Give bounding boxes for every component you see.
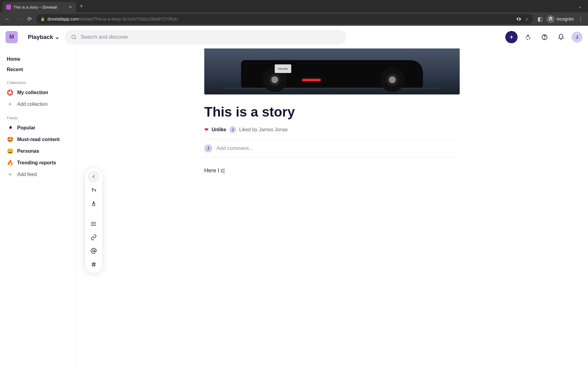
help-icon[interactable]	[538, 31, 551, 43]
reload-button[interactable]: ⟳	[25, 15, 34, 23]
main-content: CVC·911 This is a story ❤ Unlike J Liked…	[76, 48, 588, 368]
sidebar-feed-must-read[interactable]: 🤩 Must-read content	[4, 134, 72, 145]
license-plate: CVC·911	[275, 64, 291, 73]
url-bar: ← → ⟳ 🔒 dovetailapp.com/stories/This-is-…	[0, 12, 588, 26]
sync-icon[interactable]	[522, 31, 534, 43]
sidebar-add-feed[interactable]: + Add feed	[4, 169, 72, 180]
toolbar-list-icon[interactable]	[88, 218, 100, 230]
flame-icon	[7, 125, 13, 131]
svg-point-11	[92, 222, 92, 223]
user-avatar[interactable]: J	[571, 32, 582, 43]
tab-bar: This is a story – Dovetail ✕ + ⌄	[0, 0, 588, 12]
svg-rect-7	[92, 205, 95, 206]
playback-label: Playback	[28, 34, 53, 40]
playback-dropdown[interactable]: Playback ⌄	[28, 33, 60, 40]
search-icon	[71, 34, 77, 40]
incognito-badge[interactable]: Incognito	[547, 15, 574, 23]
sidebar: Home Recent Collections My collection + …	[0, 48, 76, 368]
text-cursor	[224, 168, 224, 174]
emoji-icon: 🤩	[7, 136, 13, 143]
sidebar-section-collections: Collections	[4, 75, 72, 87]
comment-row[interactable]: J Add comment...	[204, 140, 460, 158]
back-button[interactable]: ←	[3, 15, 12, 23]
sidebar-feed-trending[interactable]: 🔥 Trending reports	[4, 157, 72, 169]
svg-point-12	[92, 224, 92, 224]
svg-point-0	[72, 35, 76, 39]
liked-by-text: Liked by James Jonas	[239, 127, 288, 132]
divider	[23, 32, 23, 42]
sidebar-add-collection[interactable]: + Add collection	[4, 98, 72, 110]
sidebar-my-collection[interactable]: My collection	[4, 87, 72, 98]
emoji-icon: 😀	[7, 148, 13, 155]
hero-image[interactable]: CVC·911	[204, 48, 460, 94]
emoji-icon: 🔥	[7, 159, 13, 166]
body-text-content: Here I c	[204, 167, 224, 174]
browser-chrome: This is a story – Dovetail ✕ + ⌄ ← → ⟳ 🔒…	[0, 0, 588, 26]
incognito-icon	[547, 15, 555, 23]
comment-avatar: J	[204, 144, 212, 152]
search-placeholder: Search and discover	[81, 34, 128, 40]
lifebuoy-icon	[7, 89, 13, 96]
eye-off-icon[interactable]: 👁‍🗨	[516, 17, 521, 21]
heart-icon[interactable]: ❤	[204, 127, 209, 133]
panel-icon[interactable]: ◧	[536, 15, 544, 23]
create-button[interactable]	[505, 31, 518, 43]
chevron-down-icon: ⌄	[55, 33, 60, 40]
story-title[interactable]: This is a story	[204, 104, 460, 120]
plus-icon: +	[7, 171, 13, 178]
sidebar-section-feeds: Feeds	[4, 110, 72, 122]
address-bar[interactable]: 🔒 dovetailapp.com/stories/This-is-a-stor…	[36, 14, 533, 24]
sidebar-recent[interactable]: Recent	[4, 64, 72, 75]
search-input[interactable]: Search and discover	[65, 30, 346, 44]
toolbar-hashtag-icon[interactable]	[88, 258, 100, 270]
like-row: ❤ Unlike J Liked by James Jonas	[204, 126, 460, 140]
svg-line-17	[93, 262, 93, 267]
notifications-icon[interactable]	[555, 31, 567, 43]
close-tab-icon[interactable]: ✕	[69, 5, 72, 10]
lock-icon: 🔒	[40, 17, 45, 21]
kebab-menu-icon[interactable]: ⋮	[576, 15, 585, 23]
app-header: M Playback ⌄ Search and discover J	[0, 26, 588, 48]
unlike-button[interactable]: Unlike	[212, 127, 226, 132]
new-tab-button[interactable]: +	[80, 3, 83, 10]
editor-toolbar	[85, 168, 102, 273]
svg-line-1	[75, 38, 76, 39]
toolbar-link-icon[interactable]	[88, 231, 100, 243]
liker-avatar[interactable]: J	[229, 126, 236, 133]
sidebar-feed-personas[interactable]: 😀 Personas	[4, 145, 72, 157]
tab-title: This is a story – Dovetail	[13, 5, 66, 10]
toolbar-text-size-icon[interactable]	[88, 184, 100, 196]
toolbar-mention-icon[interactable]	[88, 245, 100, 257]
toolbar-text-color-icon[interactable]	[88, 197, 100, 210]
forward-button[interactable]: →	[14, 15, 23, 23]
plus-icon: +	[7, 101, 13, 108]
tab-overflow-icon[interactable]: ⌄	[578, 3, 586, 9]
svg-point-13	[92, 225, 92, 226]
sidebar-feed-popular[interactable]: Popular	[4, 122, 72, 134]
browser-tab[interactable]: This is a story – Dovetail ✕	[2, 2, 76, 12]
workspace-badge[interactable]: M	[6, 31, 18, 43]
story-body-editor[interactable]: Here I c	[204, 167, 460, 174]
svg-point-6	[545, 38, 545, 39]
svg-point-14	[93, 250, 95, 252]
bookmark-star-icon[interactable]: ☆	[525, 17, 529, 21]
toolbar-back-button[interactable]	[88, 171, 100, 183]
url-text: dovetailapp.com/stories/This-is-a-story-…	[47, 17, 178, 21]
sidebar-home[interactable]: Home	[4, 54, 72, 64]
comment-placeholder: Add comment...	[217, 145, 253, 151]
favicon	[6, 5, 11, 10]
svg-line-18	[94, 262, 95, 267]
